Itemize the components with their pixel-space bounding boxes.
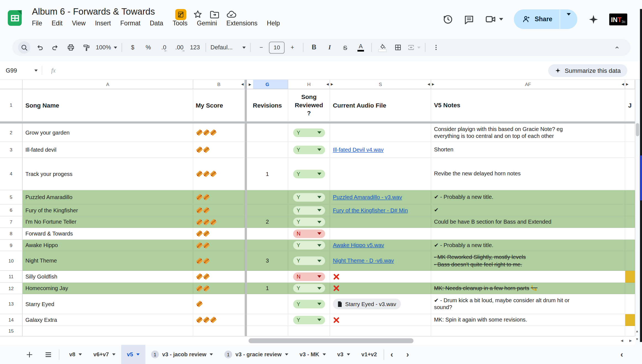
search-menus-icon[interactable]: [18, 41, 30, 54]
cell-extra-column[interactable]: [625, 158, 635, 190]
header-revisions[interactable]: Revisions: [247, 89, 288, 121]
row-header-13[interactable]: 13: [0, 294, 23, 314]
vertical-scrollbar[interactable]: [635, 80, 640, 336]
macro-sheet-icon[interactable]: [175, 9, 186, 20]
chip-dropdown-caret[interactable]: [317, 319, 321, 321]
cell-song-name[interactable]: Night Theme: [23, 251, 193, 271]
column-header-AF[interactable]: ▶AF◀: [431, 80, 625, 89]
cell-revisions[interactable]: [247, 294, 288, 314]
cell-revisions[interactable]: 3: [247, 251, 288, 271]
row-header-6[interactable]: 6: [0, 205, 23, 216]
cell-my-score[interactable]: [193, 216, 245, 228]
column-header-G[interactable]: ▶G: [247, 80, 288, 89]
reviewed-dropdown-chip[interactable]: Y: [293, 206, 325, 215]
cell-revisions[interactable]: 1: [247, 283, 288, 294]
menu-item-gemini[interactable]: Gemini: [197, 20, 217, 27]
chip-dropdown-caret[interactable]: [317, 221, 321, 223]
header-song-name[interactable]: Song Name: [23, 89, 193, 121]
column-header-hidden[interactable]: ▶: [625, 80, 635, 89]
cell-revisions[interactable]: [247, 228, 288, 240]
meet-button[interactable]: [485, 14, 503, 25]
sheets-logo-icon[interactable]: [7, 10, 23, 26]
reviewed-dropdown-chip[interactable]: Y: [293, 218, 325, 226]
cell-my-score[interactable]: [193, 158, 245, 190]
cell-my-score[interactable]: [193, 251, 245, 271]
cell-extra-column[interactable]: [625, 251, 635, 271]
text-color-button[interactable]: A: [355, 41, 367, 54]
header-current-audio-file[interactable]: Current Audio File: [330, 89, 431, 121]
cell-extra-column[interactable]: [625, 142, 635, 158]
more-tools-icon[interactable]: [430, 41, 442, 54]
cell-current-audio-file[interactable]: [330, 283, 431, 294]
sheet-tab-v6-v7[interactable]: v6+v7: [87, 345, 121, 364]
font-family-select[interactable]: Defaul...: [211, 41, 246, 54]
cell-song-reviewed[interactable]: Y: [288, 216, 330, 228]
cell-song-reviewed[interactable]: N: [288, 271, 330, 283]
star-icon[interactable]: [193, 9, 203, 19]
cell-current-audio-file[interactable]: [330, 228, 431, 240]
cell-current-audio-file[interactable]: [330, 216, 431, 228]
chip-dropdown-caret[interactable]: [317, 244, 321, 247]
tab-dropdown-caret[interactable]: [347, 354, 350, 355]
cell-v5-notes[interactable]: Consider playign with this based on Grac…: [431, 124, 625, 142]
row-header-5[interactable]: 5: [0, 190, 23, 205]
row-header-4[interactable]: 4: [0, 158, 23, 190]
cell-current-audio-file[interactable]: [330, 271, 431, 283]
menu-item-edit[interactable]: Edit: [52, 20, 63, 27]
scroll-down-arrow[interactable]: ▼: [635, 338, 639, 341]
panel-collapse-chevron[interactable]: ‹: [614, 350, 630, 359]
cell-extra-column[interactable]: [625, 283, 635, 294]
cell-my-score[interactable]: [193, 124, 245, 142]
merge-cells-button[interactable]: [407, 41, 420, 54]
move-to-folder-icon[interactable]: [209, 9, 219, 19]
cell-my-score[interactable]: [193, 205, 245, 216]
menu-item-view[interactable]: View: [72, 20, 86, 27]
sheet-tab-v3-jacob-review[interactable]: 1v3 - jacob review: [145, 345, 219, 364]
cell-v5-notes[interactable]: ✔ - Drum kick a bit loud, maybe consider…: [431, 294, 625, 314]
cell-my-score[interactable]: [193, 326, 245, 336]
add-sheet-icon[interactable]: [25, 350, 34, 359]
row-header-11[interactable]: 11: [0, 271, 23, 283]
cell-my-score[interactable]: [193, 314, 245, 326]
cell-current-audio-file[interactable]: Night Theme - D -v6.wav: [330, 251, 431, 271]
header-song-reviewed[interactable]: Song Reviewed ?: [288, 89, 330, 121]
share-button-main[interactable]: Share: [514, 15, 560, 24]
scroll-up-arrow[interactable]: ▲: [635, 330, 639, 333]
tab-dropdown-caret[interactable]: [136, 354, 140, 355]
cell-revisions[interactable]: [247, 142, 288, 158]
chip-dropdown-caret[interactable]: [317, 232, 321, 235]
cell-extra-column[interactable]: [625, 190, 635, 205]
cell-revisions[interactable]: [247, 271, 288, 283]
cell-extra-column[interactable]: [625, 271, 635, 283]
cell-song-name[interactable]: Puzzled Amaradillo: [23, 190, 193, 205]
cell-current-audio-file[interactable]: [330, 326, 431, 336]
chip-dropdown-caret[interactable]: [317, 275, 321, 278]
row-header-9[interactable]: 9: [0, 240, 23, 251]
unhide-columns-right-arrow[interactable]: ▶: [331, 82, 333, 86]
all-sheets-icon[interactable]: [44, 350, 52, 359]
row-header-3[interactable]: 3: [0, 142, 23, 158]
cloud-saved-icon[interactable]: [226, 9, 237, 20]
cell-extra-column[interactable]: [625, 228, 635, 240]
reviewed-dropdown-chip[interactable]: Y: [293, 193, 325, 201]
menu-item-insert[interactable]: Insert: [95, 20, 111, 27]
column-header-S[interactable]: ▶S◀: [330, 80, 431, 89]
row-header-1[interactable]: 1: [0, 89, 23, 121]
sheet-tab-v3-mk[interactable]: v3 - MK: [294, 345, 331, 364]
summarize-data-button[interactable]: Summarize this data: [548, 64, 627, 77]
decrease-decimal-button[interactable]: .0←: [158, 41, 170, 54]
cell-song-name[interactable]: Fury of the Kingfisher: [23, 205, 193, 216]
format-currency-button[interactable]: $: [127, 41, 139, 54]
cell-my-score[interactable]: [193, 294, 245, 314]
menu-item-file[interactable]: File: [32, 20, 42, 27]
sheet-tab-v1-v2[interactable]: v1+v2: [356, 345, 383, 364]
unhide-columns-left-arrow[interactable]: ◀: [241, 82, 244, 86]
reviewed-dropdown-chip[interactable]: N: [293, 229, 325, 238]
menu-item-extensions[interactable]: Extensions: [226, 20, 257, 27]
undo-icon[interactable]: [34, 41, 46, 54]
unhide-columns-right-arrow[interactable]: ▶: [432, 82, 434, 86]
menu-item-tools[interactable]: Tools: [173, 20, 187, 27]
reviewed-dropdown-chip[interactable]: Y: [293, 315, 325, 324]
cell-song-reviewed[interactable]: Y: [288, 251, 330, 271]
cell-song-name[interactable]: Starry Eyed: [23, 294, 193, 314]
